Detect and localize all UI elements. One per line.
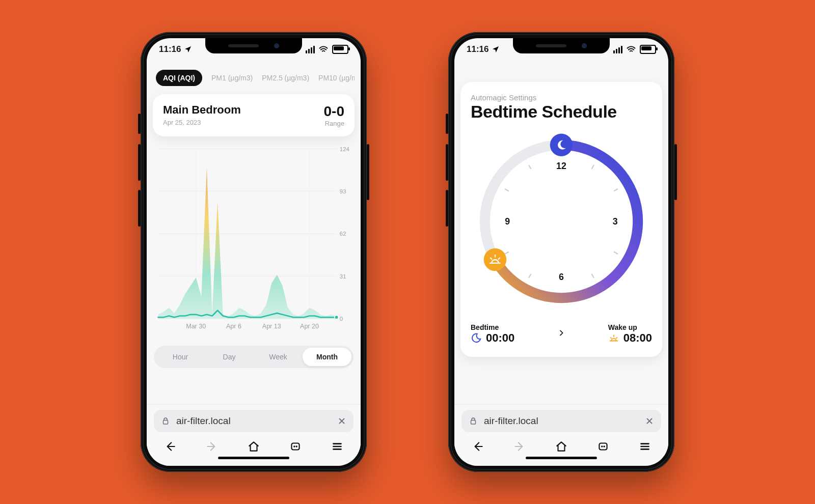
battery-icon bbox=[332, 45, 348, 54]
svg-point-22 bbox=[295, 445, 297, 447]
url-host: air-filter.local bbox=[176, 415, 331, 427]
timescale-hour[interactable]: Hour bbox=[156, 348, 205, 366]
svg-text:9: 9 bbox=[505, 216, 510, 227]
summary-card: Main Bedroom Apr 25, 2023 0-0 Range bbox=[153, 94, 355, 136]
tab-pm25[interactable]: PM2.5 (µg/m3) bbox=[262, 74, 309, 82]
bedtime-card: Automagic Settings Bedtime Schedule 1236… bbox=[460, 82, 662, 357]
svg-point-21 bbox=[293, 445, 295, 447]
status-time: 11:16 bbox=[159, 44, 181, 54]
timescale-day[interactable]: Day bbox=[205, 348, 254, 366]
menu-button[interactable] bbox=[326, 437, 348, 456]
close-icon[interactable] bbox=[645, 416, 654, 426]
browser-bar: air-filter.local bbox=[147, 404, 361, 466]
wakeup-time[interactable]: 08:00 bbox=[623, 331, 652, 345]
bedtime-label: Bedtime bbox=[471, 323, 514, 331]
back-button[interactable] bbox=[467, 437, 489, 456]
status-time: 11:16 bbox=[467, 44, 488, 54]
tab-aqi[interactable]: AQI (AQI) bbox=[156, 70, 202, 86]
phone-right: 11:16 Automagic Settings Bedtime bbox=[448, 32, 674, 472]
sunrise-icon bbox=[608, 332, 619, 344]
svg-rect-20 bbox=[291, 443, 299, 450]
svg-line-29 bbox=[592, 274, 594, 278]
svg-rect-42 bbox=[471, 421, 476, 425]
svg-text:6: 6 bbox=[559, 272, 564, 282]
svg-text:3: 3 bbox=[613, 216, 618, 227]
wifi-icon bbox=[319, 46, 328, 53]
timescale-week[interactable]: Week bbox=[254, 348, 303, 366]
svg-text:Mar 30: Mar 30 bbox=[186, 323, 206, 330]
timescale-segmented: Hour Day Week Month bbox=[154, 346, 354, 368]
svg-text:93: 93 bbox=[340, 188, 346, 194]
svg-text:31: 31 bbox=[340, 273, 346, 279]
summary-date: Apr 25, 2023 bbox=[163, 119, 241, 126]
home-button[interactable] bbox=[550, 437, 573, 456]
close-icon[interactable] bbox=[337, 416, 346, 426]
bedtime-time[interactable]: 00:00 bbox=[486, 331, 514, 345]
svg-text:Apr 13: Apr 13 bbox=[262, 323, 281, 330]
svg-line-34 bbox=[505, 189, 509, 191]
svg-text:Apr 20: Apr 20 bbox=[300, 323, 319, 330]
svg-rect-19 bbox=[164, 421, 168, 425]
home-indicator[interactable] bbox=[526, 457, 597, 459]
phone-notch bbox=[513, 38, 610, 53]
svg-text:0: 0 bbox=[340, 316, 343, 322]
location-icon bbox=[492, 45, 500, 53]
lock-icon bbox=[161, 416, 170, 426]
wifi-icon bbox=[627, 46, 636, 53]
range-label: Range bbox=[324, 120, 344, 127]
url-field[interactable]: air-filter.local bbox=[461, 410, 661, 432]
metric-tabs: AQI (AQI) PM1 (µg/m3) PM2.5 (µg/m3) PM10… bbox=[153, 67, 355, 91]
schedule-dial[interactable]: 12369 bbox=[471, 131, 652, 314]
timescale-month[interactable]: Month bbox=[303, 348, 351, 366]
svg-text:62: 62 bbox=[340, 231, 346, 237]
svg-line-25 bbox=[592, 165, 594, 169]
section-subtitle: Automagic Settings bbox=[471, 93, 652, 102]
schedule-summary: Bedtime 00:00 bbox=[471, 323, 652, 345]
svg-text:Apr 6: Apr 6 bbox=[226, 323, 241, 330]
svg-text:124: 124 bbox=[340, 146, 350, 152]
svg-line-32 bbox=[505, 252, 509, 254]
forward-button[interactable] bbox=[508, 437, 531, 456]
cellular-icon bbox=[306, 46, 315, 53]
svg-point-45 bbox=[603, 445, 605, 447]
battery-icon bbox=[640, 45, 656, 54]
back-button[interactable] bbox=[159, 437, 181, 456]
phone-notch bbox=[205, 38, 302, 53]
range-value: 0-0 bbox=[324, 103, 344, 120]
browser-bar: air-filter.local bbox=[454, 404, 668, 466]
url-host: air-filter.local bbox=[484, 415, 639, 427]
room-title: Main Bedroom bbox=[163, 103, 241, 117]
url-field[interactable]: air-filter.local bbox=[154, 410, 354, 432]
svg-line-26 bbox=[614, 189, 618, 191]
svg-line-35 bbox=[529, 165, 531, 169]
tabs-button[interactable] bbox=[284, 437, 307, 456]
lock-icon bbox=[469, 416, 478, 426]
aqi-chart[interactable]: 0316293124Mar 30Apr 6Apr 13Apr 20 bbox=[153, 144, 355, 334]
svg-point-40 bbox=[550, 134, 573, 157]
chevron-right-icon bbox=[557, 329, 565, 340]
home-button[interactable] bbox=[242, 437, 265, 456]
cellular-icon bbox=[613, 46, 622, 53]
section-title: Bedtime Schedule bbox=[471, 102, 652, 122]
menu-button[interactable] bbox=[634, 437, 656, 456]
phone-left: 11:16 AQI (AQI) PM1 (µ bbox=[141, 32, 367, 472]
home-indicator[interactable] bbox=[218, 457, 289, 459]
svg-line-28 bbox=[614, 252, 618, 254]
svg-point-14 bbox=[335, 316, 338, 319]
svg-rect-43 bbox=[599, 443, 607, 450]
tab-pm10[interactable]: PM10 (µg/m3) bbox=[318, 74, 355, 82]
svg-text:12: 12 bbox=[556, 161, 566, 171]
moon-icon bbox=[471, 332, 482, 344]
location-icon bbox=[184, 45, 192, 53]
svg-point-44 bbox=[601, 445, 603, 447]
tabs-button[interactable] bbox=[592, 437, 614, 456]
svg-line-31 bbox=[529, 274, 531, 278]
wakeup-label: Wake up bbox=[608, 323, 637, 331]
tab-pm1[interactable]: PM1 (µg/m3) bbox=[211, 74, 253, 82]
forward-button[interactable] bbox=[201, 437, 223, 456]
